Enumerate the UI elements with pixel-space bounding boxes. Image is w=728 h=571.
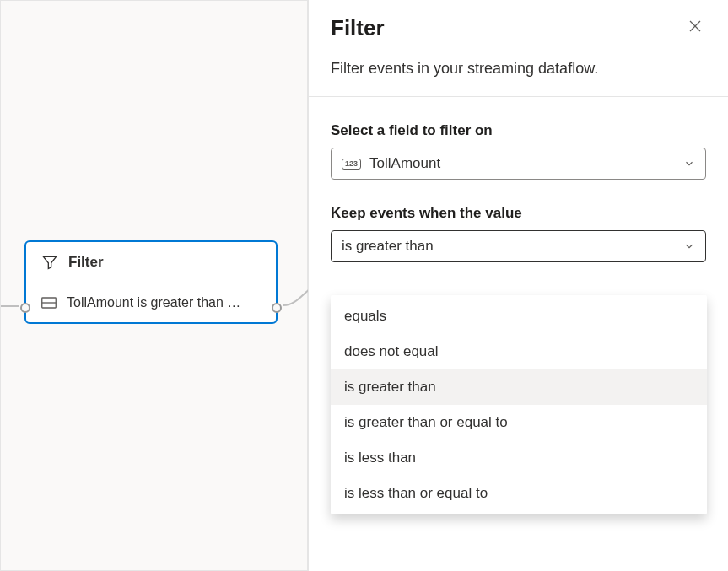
chevron-down-icon bbox=[683, 158, 695, 170]
condition-option[interactable]: is less than or equal to bbox=[331, 476, 707, 511]
filter-icon bbox=[41, 254, 58, 271]
filter-node-summary: TollAmount is greater than … bbox=[67, 295, 240, 310]
condition-select-value: is greater than bbox=[342, 238, 434, 255]
connector-edge-left bbox=[1, 305, 19, 307]
panel-title: Filter bbox=[331, 15, 385, 41]
close-button[interactable] bbox=[684, 15, 706, 40]
field-select-value: TollAmount bbox=[369, 155, 440, 172]
node-input-port[interactable] bbox=[20, 303, 30, 313]
chevron-down-icon bbox=[683, 240, 695, 252]
condition-label: Keep events when the value bbox=[331, 205, 706, 222]
numeric-type-badge: 123 bbox=[342, 159, 361, 170]
close-icon bbox=[688, 19, 703, 34]
filter-node-title: Filter bbox=[68, 254, 104, 271]
condition-option[interactable]: is less than bbox=[331, 440, 707, 476]
condition-option[interactable]: is greater than bbox=[331, 369, 707, 405]
condition-group: Keep events when the value is greater th… bbox=[331, 205, 706, 262]
dataflow-canvas[interactable]: Filter TollAmount is greater than … bbox=[0, 0, 308, 571]
node-output-port[interactable] bbox=[272, 303, 282, 313]
filter-config-panel: Filter Filter events in your streaming d… bbox=[308, 0, 728, 571]
field-icon bbox=[41, 297, 57, 309]
panel-description: Filter events in your streaming dataflow… bbox=[309, 60, 728, 97]
field-select[interactable]: 123 TollAmount bbox=[331, 148, 706, 180]
condition-option[interactable]: is greater than or equal to bbox=[331, 405, 707, 440]
condition-option[interactable]: does not equal bbox=[331, 334, 707, 369]
filter-node-header: Filter bbox=[26, 242, 276, 283]
filter-node-body: TollAmount is greater than … bbox=[26, 283, 276, 322]
filter-node[interactable]: Filter TollAmount is greater than … bbox=[24, 240, 278, 324]
condition-dropdown[interactable]: equalsdoes not equalis greater thanis gr… bbox=[331, 295, 707, 514]
condition-select[interactable]: is greater than bbox=[331, 230, 706, 262]
field-select-label: Select a field to filter on bbox=[331, 122, 706, 139]
condition-option[interactable]: equals bbox=[331, 299, 707, 334]
field-select-group: Select a field to filter on 123 TollAmou… bbox=[331, 122, 706, 180]
